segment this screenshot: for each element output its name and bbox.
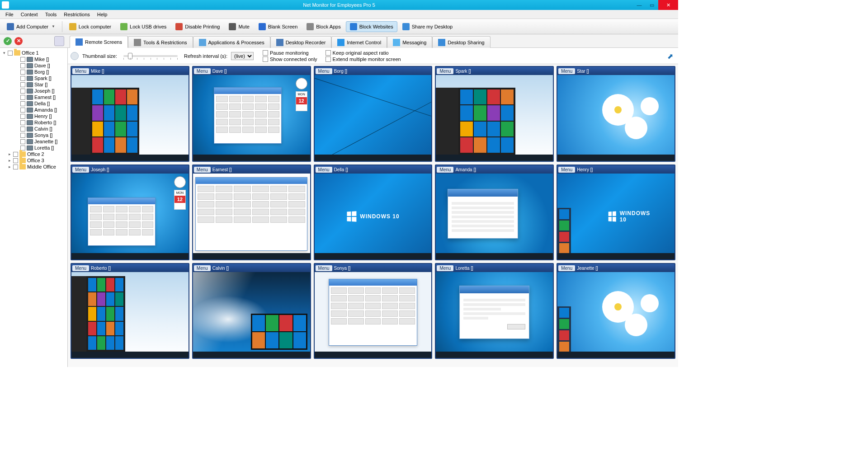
tree-group-middle-office[interactable]: ▸Middle Office [1,164,66,170]
blank-screen-button[interactable]: Blank Screen [255,21,302,32]
checkbox-icon[interactable] [20,146,25,150]
screen-thumbnail[interactable] [557,272,675,358]
option-extend[interactable]: Extend multiple monitor screen [326,56,401,62]
disable-printing-button[interactable]: Disable Printing [171,21,224,32]
screen-menu-button[interactable]: Menu [558,68,575,74]
tab-desktop-recorder[interactable]: Desktop Recorder [270,36,332,48]
screen-thumbnail[interactable] [71,272,189,358]
checkbox-icon[interactable] [20,114,25,119]
screen-thumbnail[interactable] [436,174,553,259]
menu-restrictions[interactable]: Restrictions [60,11,93,18]
screen-menu-button[interactable]: Menu [316,68,332,74]
lock-usb-button[interactable]: Lock USB drives [116,21,170,32]
tree-computer[interactable]: Amanda [] [1,107,66,113]
screen-menu-button[interactable]: Menu [558,167,575,173]
checkbox-icon[interactable] [20,139,25,144]
tree-group-office-3[interactable]: ▸Office 3 [1,157,66,164]
screen-thumbnail[interactable] [436,75,553,161]
checkbox-icon[interactable] [20,89,25,94]
tree-computer[interactable]: Mike [] [1,56,66,62]
screen-menu-button[interactable]: Menu [72,265,89,271]
option-connected[interactable]: Show connected only [263,56,317,62]
fullscreen-icon[interactable]: ⬈ [667,52,675,60]
screen-menu-button[interactable]: Menu [194,68,211,74]
tree-computer[interactable]: Joseph [] [1,88,66,94]
menu-file[interactable]: File [2,11,17,18]
tree-expander-icon[interactable]: ▸ [7,164,12,169]
tree-tool-button[interactable] [54,36,64,46]
close-button[interactable]: ✕ [658,0,678,10]
tree-computer[interactable]: Spark [] [1,75,66,81]
tab-tools-restrictions[interactable]: Tools & Restrictions [128,36,193,48]
minimize-button[interactable]: — [633,0,646,10]
share-desktop-button[interactable]: Share my Desktop [398,21,457,32]
approve-button[interactable]: ✓ [4,37,12,45]
screen-thumbnail[interactable] [436,272,553,358]
checkbox-icon[interactable] [13,158,18,163]
checkbox-icon[interactable] [20,63,25,68]
checkbox-icon[interactable] [8,51,13,56]
checkbox-icon[interactable] [20,120,25,125]
add-computer-button[interactable]: Add Computer▼ [3,21,59,32]
checkbox-icon[interactable] [20,108,25,113]
tree-computer[interactable]: Borg [] [1,69,66,75]
screen-thumbnail[interactable] [315,272,432,358]
tree-computer[interactable]: Dave [] [1,62,66,69]
tab-desktop-sharing[interactable]: Desktop Sharing [432,36,490,48]
screen-menu-button[interactable]: Menu [316,265,332,271]
tab-apps-processes[interactable]: Applications & Processes [193,36,270,48]
checkbox-icon[interactable] [20,95,25,100]
checkbox-icon[interactable] [20,101,25,106]
refresh-icon[interactable] [71,52,79,60]
checkbox-icon[interactable] [20,70,25,75]
screen-menu-button[interactable]: Menu [72,167,89,173]
screen-thumbnail[interactable]: MON12 [71,174,189,259]
screen-thumbnail[interactable]: WINDOWS 10 [557,174,675,259]
tab-remote-screens[interactable]: Remote Screens [70,36,128,48]
maximize-button[interactable]: ▭ [646,0,658,10]
screen-thumbnail[interactable] [315,75,432,161]
screen-menu-button[interactable]: Menu [437,265,453,271]
reject-button[interactable]: ✕ [14,37,23,45]
refresh-interval-select[interactable]: (live) [231,52,254,60]
tree-computer[interactable]: Henry [] [1,113,66,119]
tree-computer[interactable]: Della [] [1,100,66,107]
screen-menu-button[interactable]: Menu [558,265,575,271]
computer-tree[interactable]: ▾Office 1Mike []Dave []Borg []Spark []St… [0,48,68,367]
option-aspect[interactable]: Keep original aspect ratio [326,50,401,56]
tree-group-office-2[interactable]: ▸Office 2 [1,151,66,157]
screen-thumbnail[interactable] [557,75,675,161]
tree-computer[interactable]: Loretta [] [1,145,66,151]
screen-thumbnail[interactable] [193,272,310,358]
menu-help[interactable]: Help [94,11,111,18]
checkbox-icon[interactable] [20,82,25,87]
checkbox-icon[interactable] [13,164,18,169]
checkbox-icon[interactable] [20,76,25,81]
mute-button[interactable]: Mute [225,21,253,32]
tree-computer[interactable]: Roberto [] [1,119,66,126]
tree-expander-icon[interactable]: ▸ [7,152,12,156]
screen-menu-button[interactable]: Menu [437,167,453,173]
tree-expander-icon[interactable]: ▾ [2,51,6,55]
tree-expander-icon[interactable]: ▸ [7,158,12,163]
tree-group-office-1[interactable]: ▾Office 1 [1,50,66,56]
option-pause[interactable]: Pause monitoring [263,50,317,56]
tree-computer[interactable]: Earnest [] [1,94,66,100]
block-websites-button[interactable]: Block Websites [346,21,397,32]
screen-thumbnail[interactable]: MON12 [193,75,310,161]
tree-computer[interactable]: Jeanette [] [1,138,66,145]
thumbnail-size-slider[interactable] [123,55,178,57]
screen-menu-button[interactable]: Menu [437,68,453,74]
screen-thumbnail[interactable] [193,174,310,259]
checkbox-icon[interactable] [20,133,25,138]
tree-computer[interactable]: Star [] [1,81,66,88]
screen-thumbnail[interactable] [71,75,189,161]
checkbox-icon[interactable] [20,127,25,132]
tab-internet-control[interactable]: Internet Control [331,36,387,48]
tree-computer[interactable]: Calvin [] [1,126,66,132]
checkbox-icon[interactable] [20,57,25,62]
tree-computer[interactable]: Sonya [] [1,132,66,138]
menu-tools[interactable]: Tools [42,11,61,18]
tab-messaging[interactable]: Messaging [387,36,432,48]
checkbox-icon[interactable] [13,152,18,157]
